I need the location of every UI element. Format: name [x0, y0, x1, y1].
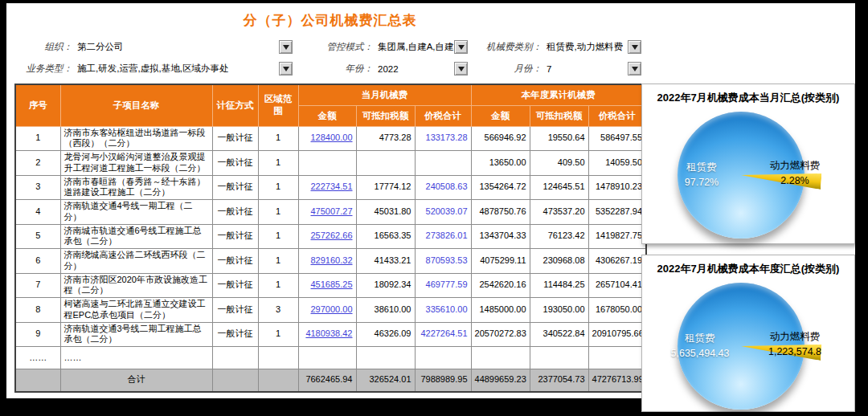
cell-month-amount: 451685.25 [298, 273, 356, 298]
cell-seq: 7 [15, 273, 60, 298]
filter-org: 组织： 第二分公司 [14, 39, 297, 55]
chart-card-month: 2022年7月机械费成本当月汇总(按类别) 租赁费 97.72% 动力燃料费 2… [641, 84, 855, 244]
month-amount-link[interactable]: 257262.66 [311, 230, 353, 240]
pie-label-rental-value: 5,635,494.43 [644, 346, 756, 361]
cell-region: 3 [258, 298, 298, 323]
total-row: 合计 7662465.94 326524.01 7988989.95 44899… [15, 369, 646, 392]
cell-month-tax: 4773.28 [356, 126, 415, 151]
cell-project: …… [60, 347, 212, 369]
cell-year-total: 586497.55 [588, 126, 646, 151]
cell-month-amount: 297000.00 [298, 298, 356, 323]
pie-chart-year[interactable]: 租赁费 5,635,494.43 动力燃料费 1,223,574.8 [642, 276, 854, 411]
cell-year-tax: 124645.51 [530, 175, 588, 200]
cell-month-amount [298, 151, 356, 176]
cell-month-tax: 17774.12 [356, 175, 415, 200]
cell-region: 1 [258, 126, 298, 151]
cell-method: 一般计征 [212, 249, 258, 274]
filter-org-label: 组织： [14, 41, 77, 53]
cell-method [212, 347, 258, 369]
cell-month-tax: 38610.00 [356, 298, 415, 323]
cell-year-total: 1678050.00 [588, 298, 646, 323]
cell-method: 一般计征 [212, 322, 258, 347]
filter-bar: 组织： 第二分公司 管控模式： 集团属,自建A,自建B 机械费类别： 租赁费,动… [14, 36, 649, 80]
cell-month-amount: 257262.66 [298, 224, 356, 249]
month-amount-link[interactable]: 475007.27 [311, 206, 353, 216]
cell-year-amount: 2542620.16 [471, 273, 530, 298]
filter-fee-type-dropdown-button[interactable] [628, 40, 641, 54]
cell-year-total: 20910795.66 [588, 322, 646, 347]
filter-fee-type-value: 租赁费,动力燃料费 [547, 41, 628, 53]
filter-year-value: 2022 [378, 64, 454, 74]
cell-year-tax: 114484.25 [530, 273, 588, 298]
table-row: 4济南轨道交通4号线一期工程（二分）一般计征1475007.2745031.80… [15, 200, 646, 225]
month-amount-link[interactable]: 4180938.42 [305, 328, 352, 338]
chevron-down-icon [458, 45, 465, 50]
pie-label-rental: 租赁费 97.72% [653, 160, 750, 190]
cell-method: 一般计征 [212, 151, 258, 176]
month-amount-link[interactable]: 451685.25 [311, 279, 353, 289]
cell-method: 一般计征 [212, 200, 258, 225]
chevron-down-icon [632, 67, 638, 71]
cell-month-amount [298, 347, 356, 369]
header-year-amount: 金额 [471, 105, 530, 126]
pie-label-rental: 租赁费 5,635,494.43 [644, 331, 756, 361]
total-year-total: 47276713.99 [588, 369, 646, 392]
month-amount-link[interactable]: 297000.00 [311, 304, 353, 314]
cell-month-amount: 475007.27 [298, 200, 356, 225]
cell-seq: 5 [15, 224, 60, 249]
cell-year-total [588, 347, 646, 369]
cell-method: 一般计征 [212, 224, 258, 249]
header-month-group: 当月机械费 [298, 84, 471, 105]
summary-table-container: 序号 子项目名称 计征方式 区域范围 当月机械费 本年度累计机械费 金额 可抵扣… [14, 84, 647, 393]
cell-region: 1 [258, 151, 298, 176]
table-header: 序号 子项目名称 计征方式 区域范围 当月机械费 本年度累计机械费 金额 可抵扣… [15, 84, 646, 126]
cell-month-tax: 46326.09 [356, 322, 415, 347]
cell-year-total: 5352287.94 [588, 200, 646, 225]
cell-project: 济南市春晅路（春秀路～经十东路）道路建设工程施工（二分） [60, 175, 212, 200]
cell-month-total: 335610.00 [415, 298, 471, 323]
header-method: 计征方式 [212, 84, 258, 126]
cell-project: 龙骨河与小汉峪沟河道整治及景观提升工程河道工程施工一标段（二分） [60, 151, 212, 176]
cell-month-total: 240508.63 [415, 175, 471, 200]
pie-chart-month[interactable]: 租赁费 97.72% 动力燃料费 2.28% [642, 105, 854, 240]
total-month-amount: 7662465.94 [298, 369, 356, 392]
summary-table: 序号 子项目名称 计征方式 区域范围 当月机械费 本年度累计机械费 金额 可抵扣… [14, 84, 647, 393]
chart-card-year: 2022年7月机械费成本年度汇总(按类别) 租赁费 5,635,494.43 动… [641, 255, 855, 412]
cell-month-total: 273826.01 [415, 224, 471, 249]
cell-project: 济南市东客站枢纽进出场道路一标段（西段）（二分） [60, 126, 212, 151]
cell-project: 济南绕城高速公路二环线西环段（二分） [60, 249, 212, 274]
chevron-down-icon [632, 45, 638, 50]
chevron-down-icon [283, 45, 289, 50]
month-amount-link[interactable]: 222734.51 [311, 181, 353, 191]
cell-month-amount: 128400.00 [298, 126, 356, 151]
cell-year-total: 1419827.75 [588, 224, 646, 249]
cell-month-total: 469777.59 [415, 273, 471, 298]
header-region: 区域范围 [258, 84, 298, 126]
cell-seq: 2 [15, 151, 60, 176]
cell-year-tax: 230968.08 [530, 249, 588, 274]
cell-year-amount: 4878750.76 [471, 200, 530, 225]
report-page: 分（子）公司机械费汇总表 组织： 第二分公司 管控模式： 集团属,自建A,自建B… [6, 3, 855, 398]
month-amount-link[interactable]: 829160.32 [311, 255, 353, 265]
filter-business-type-value: 施工,研发,运营,虚拟,基地,区域办事处 [77, 63, 279, 75]
page-title: 分（子）公司机械费汇总表 [14, 8, 645, 35]
total-month-total: 7988989.95 [415, 369, 471, 392]
filter-year-dropdown-button[interactable] [454, 62, 468, 75]
header-year-group: 本年度累计机械费 [471, 84, 646, 105]
pie-label-fuel: 动力燃料费 2.28% [747, 158, 843, 189]
cell-year-tax: 409.50 [530, 151, 588, 176]
filter-month-dropdown-button[interactable] [628, 62, 641, 75]
month-amount-link[interactable]: 128400.00 [311, 133, 353, 142]
cell-year-total: 1478910.23 [588, 175, 646, 200]
filter-business-type-dropdown-button[interactable] [279, 62, 293, 75]
pie-label-rental-name: 租赁费 [644, 331, 756, 346]
total-seq [15, 369, 60, 392]
table-row: 3济南市春晅路（春秀路～经十东路）道路建设工程施工（二分）一般计征1222734… [15, 175, 646, 200]
cell-method: 一般计征 [212, 298, 258, 323]
total-label: 合计 [60, 369, 212, 392]
filter-control-mode-dropdown-button[interactable] [454, 40, 468, 54]
cell-region [258, 347, 298, 369]
filter-org-dropdown-button[interactable] [279, 40, 293, 54]
table-row: 8柯诸高速与二环北路互通立交建设工程EPC总承包项目（二分）一般计征329700… [15, 298, 646, 323]
table-row: 2龙骨河与小汉峪沟河道整治及景观提升工程河道工程施工一标段（二分）一般计征113… [15, 151, 646, 176]
